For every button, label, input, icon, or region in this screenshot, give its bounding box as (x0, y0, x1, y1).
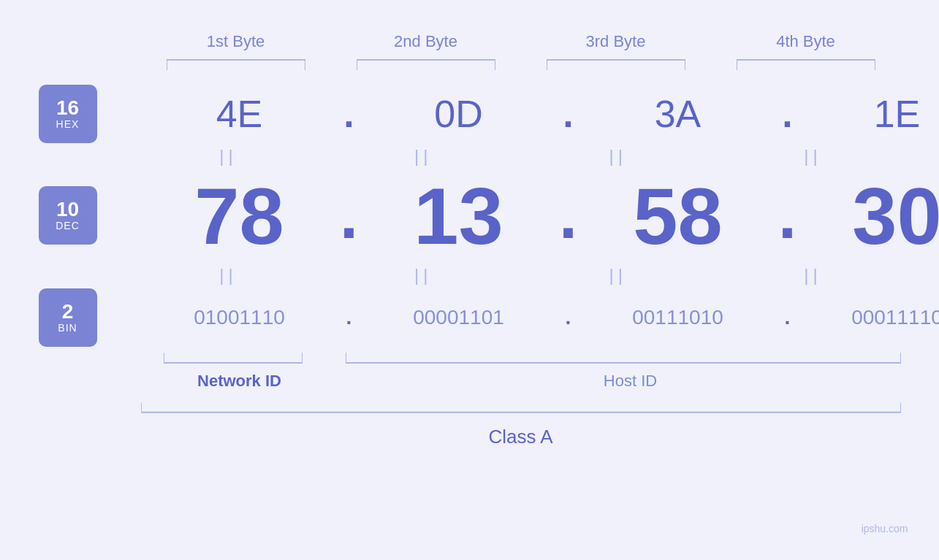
bin-row: 2 BIN 01001110 . 00001101 . 00111010 . 0… (39, 288, 901, 347)
bottom-brackets-row (141, 353, 901, 366)
eq-spacer-3 (706, 146, 726, 166)
bin-byte-2: 00001101 (360, 306, 558, 329)
bin-dot-3: . (777, 306, 799, 329)
eq-spacer-1 (316, 146, 336, 166)
hex-values: 4E . 0D . 3A . 1E (141, 92, 940, 136)
dec-base-number: 10 (56, 199, 79, 220)
host-bracket-container (346, 353, 901, 366)
bracket-top-1 (141, 57, 331, 70)
bracket-top-4 (711, 57, 901, 70)
hex-base-number: 16 (56, 98, 79, 118)
dec-byte-4: 30 (799, 169, 940, 262)
hex-dot-1: . (338, 92, 360, 136)
bin-byte-1: 01001110 (141, 306, 338, 329)
id-dot-spacer (338, 372, 360, 391)
equals-1-1: || (141, 146, 316, 166)
equals-row-1: || || || || (141, 146, 901, 166)
bin-byte-3: 00111010 (579, 306, 777, 329)
dec-row: 10 DEC 78 . 13 . 58 . 30 (39, 169, 901, 262)
eq2-spacer-3 (706, 265, 726, 285)
host-bracket-svg (346, 353, 901, 366)
dec-byte-3: 58 (579, 169, 777, 262)
eq2-spacer-2 (511, 265, 531, 285)
hex-dot-3: . (777, 92, 799, 136)
bin-dot-2: . (558, 306, 579, 329)
id-labels-row: Network ID Host ID (141, 372, 901, 391)
equals-1-2: || (335, 146, 511, 166)
equals-2-4: || (726, 265, 901, 285)
bracket-top-3 (521, 57, 711, 70)
dec-dot-1: . (338, 178, 360, 253)
host-id-label: Host ID (360, 372, 901, 391)
equals-2-2: || (335, 265, 511, 285)
equals-1-3: || (531, 146, 706, 166)
hex-byte-2: 0D (360, 92, 558, 136)
byte-label-1: 1st Byte (141, 32, 331, 51)
bracket-top-2 (331, 57, 521, 70)
class-a-label: Class A (141, 426, 901, 448)
bin-byte-4: 00011110 (799, 306, 940, 329)
byte-label-3: 3rd Byte (521, 32, 711, 51)
top-brackets-row (141, 57, 901, 70)
dec-dot-3: . (777, 178, 799, 253)
class-bracket-svg (141, 402, 901, 415)
byte-label-4: 4th Byte (711, 32, 901, 51)
hex-base-label: HEX (56, 118, 80, 130)
hex-badge: 16 HEX (39, 85, 97, 143)
network-bracket-svg (164, 353, 303, 366)
byte-labels-row: 1st Byte 2nd Byte 3rd Byte 4th Byte (141, 32, 901, 51)
eq2-spacer-1 (316, 265, 336, 285)
equals-2-3: || (531, 265, 706, 285)
dec-byte-1: 78 (141, 169, 338, 262)
dec-badge: 10 DEC (39, 186, 97, 245)
equals-row-2: || || || || (141, 265, 901, 285)
dec-base-label: DEC (56, 220, 80, 231)
bottom-section: Network ID Host ID Class A (141, 353, 901, 448)
eq-spacer-2 (511, 146, 531, 166)
main-container: 1st Byte 2nd Byte 3rd Byte 4th Byte 16 H… (17, 18, 923, 543)
hex-byte-3: 3A (579, 92, 777, 136)
hex-byte-1: 4E (141, 92, 338, 136)
equals-2-1: || (141, 265, 316, 285)
dec-dot-2: . (558, 178, 579, 253)
network-bracket-container (141, 353, 325, 366)
bin-badge: 2 BIN (39, 288, 97, 347)
dec-byte-2: 13 (360, 169, 558, 262)
watermark: ipshu.com (862, 523, 908, 534)
equals-1-4: || (726, 146, 901, 166)
bin-base-number: 2 (62, 302, 74, 322)
network-id-label: Network ID (141, 372, 338, 391)
hex-byte-4: 1E (799, 92, 940, 136)
bin-values: 01001110 . 00001101 . 00111010 . 0001111… (141, 306, 940, 329)
hex-row: 16 HEX 4E . 0D . 3A . 1E (39, 85, 901, 143)
bin-base-label: BIN (58, 322, 77, 334)
bin-dot-1: . (338, 306, 360, 329)
hex-dot-2: . (558, 92, 579, 136)
dec-values: 78 . 13 . 58 . 30 (141, 169, 940, 262)
class-bracket-container (141, 402, 901, 418)
byte-label-2: 2nd Byte (331, 32, 521, 51)
